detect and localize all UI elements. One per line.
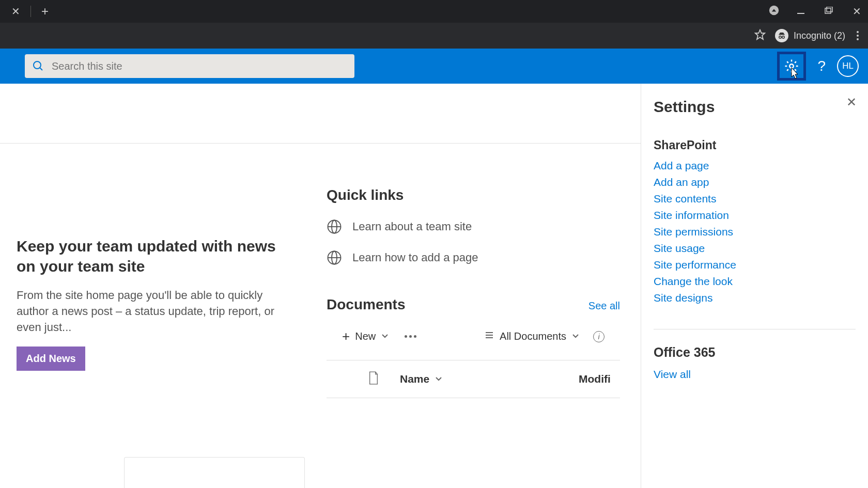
svg-point-6 bbox=[779, 36, 782, 39]
table-header-row: Name Modifi bbox=[327, 360, 620, 398]
quick-link-item[interactable]: Learn about a team site bbox=[327, 219, 620, 234]
bookmark-star-icon[interactable] bbox=[754, 29, 766, 42]
incognito-label: Incognito (2) bbox=[794, 30, 845, 41]
settings-link-add-page[interactable]: Add a page bbox=[654, 158, 856, 174]
settings-link-site-permissions[interactable]: Site permissions bbox=[654, 224, 856, 240]
documents-table: Name Modifi bbox=[327, 360, 620, 398]
browser-tab-strip: ✕ + ✕ bbox=[0, 0, 868, 23]
cursor-pointer-icon bbox=[789, 67, 800, 82]
search-input[interactable] bbox=[52, 60, 347, 72]
settings-link-view-all[interactable]: View all bbox=[654, 366, 856, 383]
new-button[interactable]: + New bbox=[342, 328, 389, 344]
new-label: New bbox=[355, 330, 376, 342]
quick-link-item[interactable]: Learn how to add a page bbox=[327, 250, 620, 265]
settings-link-change-look[interactable]: Change the look bbox=[654, 273, 856, 290]
file-type-column-icon[interactable] bbox=[332, 371, 379, 387]
search-icon bbox=[32, 60, 44, 72]
globe-icon bbox=[327, 219, 342, 234]
chevron-down-icon bbox=[571, 330, 580, 342]
svg-rect-3 bbox=[825, 8, 831, 13]
quick-link-label: Learn about a team site bbox=[352, 220, 472, 233]
suite-header: ? HL bbox=[0, 49, 868, 84]
window-close-icon[interactable]: ✕ bbox=[850, 5, 863, 18]
documents-heading: Documents bbox=[327, 296, 405, 313]
office365-section-heading: Office 365 bbox=[654, 345, 856, 360]
svg-marker-5 bbox=[755, 30, 765, 39]
help-button[interactable]: ? bbox=[817, 58, 826, 74]
activity-tile[interactable] bbox=[124, 457, 305, 488]
sharepoint-section-heading: SharePoint bbox=[654, 138, 856, 152]
activity-tile[interactable] bbox=[0, 457, 109, 488]
column-modified[interactable]: Modifi bbox=[579, 373, 615, 385]
more-actions-button[interactable] bbox=[405, 335, 416, 338]
settings-title: Settings bbox=[654, 98, 856, 116]
settings-link-site-designs[interactable]: Site designs bbox=[654, 290, 856, 306]
add-news-button[interactable]: Add News bbox=[17, 347, 85, 371]
browser-menu-icon[interactable] bbox=[855, 29, 861, 42]
svg-point-9 bbox=[34, 61, 41, 69]
globe-icon bbox=[327, 250, 342, 265]
view-selector[interactable]: All Documents bbox=[484, 330, 580, 343]
user-avatar[interactable]: HL bbox=[837, 55, 859, 77]
settings-link-site-performance[interactable]: Site performance bbox=[654, 257, 856, 273]
main-content: Keep your team updated with news on your… bbox=[0, 84, 641, 488]
info-button[interactable]: i bbox=[593, 331, 605, 342]
chevron-down-icon bbox=[381, 330, 389, 342]
list-icon bbox=[484, 330, 494, 343]
svg-rect-4 bbox=[827, 7, 832, 12]
close-panel-button[interactable]: ✕ bbox=[846, 95, 857, 109]
column-name[interactable]: Name bbox=[400, 373, 443, 385]
news-description: From the site home page you'll be able t… bbox=[17, 288, 295, 335]
news-heading: Keep your team updated with news on your… bbox=[17, 236, 295, 276]
plus-icon: + bbox=[342, 328, 350, 344]
settings-button[interactable] bbox=[777, 52, 806, 81]
svg-point-7 bbox=[782, 36, 785, 39]
tab-close-icon[interactable]: ✕ bbox=[11, 5, 20, 18]
settings-link-add-app[interactable]: Add an app bbox=[654, 174, 856, 191]
settings-link-site-usage[interactable]: Site usage bbox=[654, 240, 856, 257]
svg-rect-2 bbox=[797, 13, 804, 14]
new-tab-icon[interactable]: + bbox=[41, 4, 49, 19]
documents-toolbar: + New All Documents i bbox=[327, 328, 620, 344]
see-all-link[interactable]: See all bbox=[588, 300, 620, 312]
quick-links-heading: Quick links bbox=[327, 187, 620, 203]
search-box[interactable] bbox=[25, 54, 354, 78]
svg-line-10 bbox=[40, 68, 42, 70]
settings-link-site-information[interactable]: Site information bbox=[654, 207, 856, 224]
view-label: All Documents bbox=[500, 330, 566, 342]
window-maximize-icon[interactable] bbox=[823, 7, 835, 16]
browser-address-bar: Incognito (2) bbox=[0, 23, 868, 49]
quick-link-label: Learn how to add a page bbox=[352, 251, 478, 264]
settings-link-site-contents[interactable]: Site contents bbox=[654, 191, 856, 207]
incognito-indicator[interactable]: Incognito (2) bbox=[775, 29, 845, 42]
window-minimize-icon[interactable] bbox=[795, 7, 807, 16]
incognito-icon bbox=[775, 29, 788, 42]
settings-panel: Settings ✕ SharePoint Add a page Add an … bbox=[641, 84, 868, 488]
chevron-down-icon bbox=[435, 373, 443, 385]
chrome-profile-icon[interactable] bbox=[769, 5, 779, 18]
